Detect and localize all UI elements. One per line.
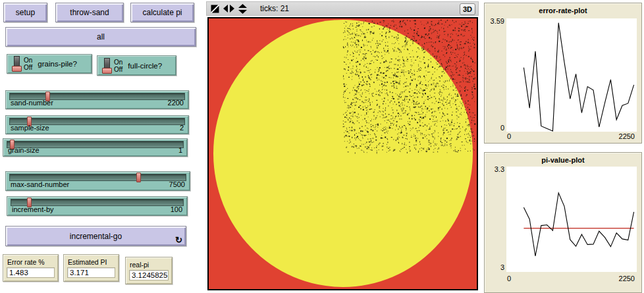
- slider-sand-number[interactable]: sand-number 2200: [5, 90, 189, 109]
- netlogo-interface: setup throw-sand calculate pi all On Off…: [0, 0, 644, 293]
- pi-value-plot-panel: pi-value-plot 3.3 3 0 2250: [484, 152, 642, 293]
- throw-sand-button[interactable]: throw-sand: [55, 3, 124, 22]
- monitor-error-rate: Error rate % 1.483: [3, 254, 59, 282]
- slider-label: increment-by: [12, 205, 54, 213]
- slider-max-sand-number[interactable]: max-sand-number 7500: [5, 171, 190, 191]
- slider-label: sample-size: [11, 124, 49, 132]
- vertical-arrows-icon: [238, 4, 247, 14]
- view-3d-button[interactable]: 3D: [460, 3, 475, 15]
- view-toolbar: ticks: 21 3D: [206, 1, 479, 16]
- y-min-label: 3: [486, 263, 504, 271]
- monitor-label: Error rate %: [7, 258, 58, 266]
- y-min-label: 0: [486, 124, 504, 132]
- monitor-label: Estimated PI: [68, 258, 119, 266]
- slider-label: sand-number: [11, 99, 53, 107]
- x-max-label: 2250: [619, 132, 635, 140]
- switch-on-label: On: [114, 59, 122, 66]
- x-min-label: 0: [507, 132, 511, 140]
- plot-area: [506, 167, 637, 272]
- monitor-label: real-pi: [130, 261, 172, 269]
- switch-grains-pile[interactable]: On Off grains-pile?: [7, 54, 92, 74]
- horizontal-arrows-icon: [223, 5, 234, 13]
- y-max-label: 3.59: [486, 17, 504, 25]
- monitor-value: 1.483: [7, 267, 55, 278]
- toggle-knob[interactable]: [102, 58, 113, 74]
- switch-name: full-circle?: [128, 62, 162, 70]
- toggle-knob[interactable]: [12, 56, 22, 72]
- switch-knob-off[interactable]: [12, 66, 22, 72]
- monitor-real-pi: real-pi 3.1245825: [125, 257, 173, 284]
- switch-on-label: On: [24, 57, 32, 64]
- slider-value: 1: [178, 146, 182, 154]
- button-label: incremental-go: [70, 232, 122, 241]
- world-view: [207, 17, 478, 290]
- plot-area: [506, 18, 637, 132]
- switch-name: grains-pile?: [38, 60, 76, 68]
- plot-title: error-rate-plot: [485, 7, 641, 14]
- slider-grain-size[interactable]: grain-size 1: [3, 138, 188, 157]
- x-min-label: 0: [507, 275, 511, 282]
- slider-value: 2: [180, 124, 184, 132]
- calculate-pi-button[interactable]: calculate pi: [130, 3, 194, 22]
- monitor-estimated-pi: Estimated PI 3.171: [63, 254, 119, 282]
- slider-increment-by[interactable]: increment-by 100: [7, 196, 188, 216]
- monitor-value: 3.171: [67, 267, 115, 278]
- incremental-go-button[interactable]: incremental-go ↻: [5, 226, 186, 246]
- switch-off-label: Off: [114, 66, 122, 73]
- forever-icon: ↻: [175, 237, 182, 244]
- slider-value: 2200: [168, 99, 184, 107]
- slider-label: max-sand-number: [11, 180, 69, 188]
- all-button[interactable]: all: [5, 27, 196, 47]
- slider-value: 7500: [169, 180, 185, 188]
- plot-title: pi-value-plot: [485, 156, 641, 164]
- switch-knob-off[interactable]: [102, 68, 112, 74]
- sand-grains-layer: [209, 18, 477, 289]
- error-rate-line-chart: [506, 18, 637, 132]
- x-max-label: 2250: [619, 275, 635, 282]
- monitor-value: 3.1245825: [129, 270, 169, 280]
- slider-value: 100: [171, 205, 182, 213]
- switch-off-label: Off: [24, 64, 32, 71]
- error-rate-plot-panel: error-rate-plot 3.59 0 0 2250: [484, 3, 642, 144]
- slider-sample-size[interactable]: sample-size 2: [5, 115, 189, 134]
- patch-size-icon: [211, 5, 219, 13]
- switch-full-circle[interactable]: On Off full-circle?: [97, 55, 176, 76]
- slider-label: grain-size: [8, 146, 40, 154]
- ticks-counter: ticks: 21: [260, 4, 289, 13]
- y-max-label: 3.3: [486, 165, 504, 173]
- setup-button[interactable]: setup: [3, 3, 47, 22]
- pi-value-line-chart: [506, 167, 637, 272]
